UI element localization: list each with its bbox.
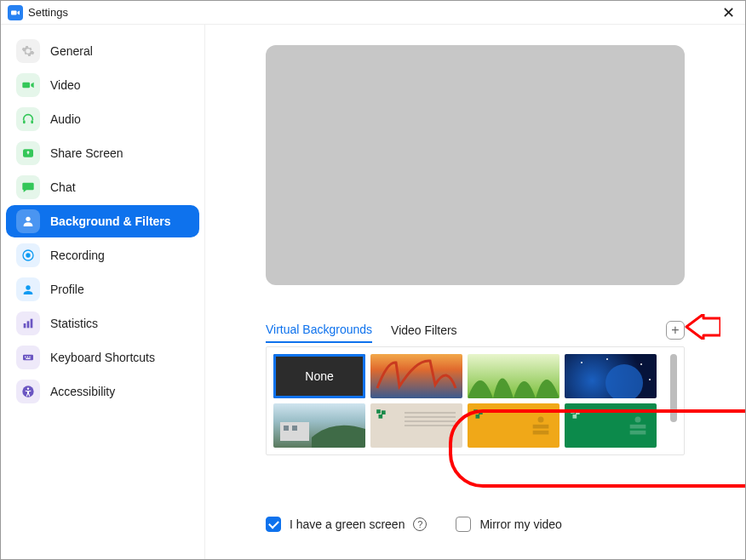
svg-rect-3 <box>31 120 33 123</box>
sidebar-item-profile[interactable]: Profile <box>6 273 199 306</box>
profile-icon <box>16 277 40 301</box>
svg-rect-9 <box>24 323 26 328</box>
svg-rect-34 <box>533 425 549 429</box>
sidebar-item-label: Video <box>50 78 81 92</box>
close-button[interactable]: ✕ <box>718 5 738 20</box>
svg-point-21 <box>606 358 608 360</box>
backgrounds-scrollbar[interactable] <box>670 354 677 448</box>
stats-icon <box>16 311 40 335</box>
gear-icon <box>16 39 40 63</box>
svg-rect-0 <box>11 10 17 14</box>
sidebar-item-label: Profile <box>50 283 84 296</box>
tab-video-filters[interactable]: Video Filters <box>391 318 457 342</box>
sidebar-item-label: Background & Filters <box>50 214 171 228</box>
svg-rect-38 <box>573 414 577 419</box>
add-background-button[interactable]: + <box>666 321 685 340</box>
titlebar: Settings ✕ <box>1 1 745 25</box>
share-screen-icon <box>16 141 40 165</box>
svg-point-23 <box>649 379 651 380</box>
sidebar-item-video[interactable]: Video <box>6 69 199 101</box>
window-title: Settings <box>28 6 68 19</box>
svg-point-39 <box>635 417 641 423</box>
svg-rect-15 <box>29 357 30 357</box>
sidebar-item-label: Chat <box>50 180 76 194</box>
svg-rect-28 <box>382 410 386 414</box>
sidebar-item-label: Keyboard Shortcuts <box>50 351 155 364</box>
sidebar-item-background-filters[interactable]: Background & Filters <box>6 205 199 237</box>
green-screen-checkbox[interactable] <box>266 517 281 532</box>
svg-rect-1 <box>22 83 30 89</box>
sidebar-item-label: Recording <box>50 249 105 262</box>
keyboard-icon <box>16 346 40 369</box>
content-area: Virtual Backgrounds Video Filters + None <box>205 25 745 559</box>
sidebar-item-accessibility[interactable]: Accessibility <box>6 375 199 408</box>
svg-point-22 <box>640 363 642 365</box>
svg-rect-37 <box>576 410 580 414</box>
tabs-row: Virtual Backgrounds Video Filters + <box>266 317 685 343</box>
background-thumb[interactable] <box>468 354 560 398</box>
background-thumb[interactable] <box>565 354 657 398</box>
svg-rect-26 <box>292 426 297 431</box>
svg-rect-35 <box>533 431 549 435</box>
svg-rect-25 <box>284 426 289 431</box>
svg-point-7 <box>26 253 30 257</box>
svg-rect-10 <box>27 321 30 328</box>
background-thumb[interactable] <box>565 403 657 448</box>
background-thumb[interactable] <box>468 403 560 448</box>
sidebar-item-share-screen[interactable]: Share Screen <box>6 137 199 169</box>
none-label: None <box>305 369 333 383</box>
svg-rect-29 <box>379 414 383 419</box>
background-thumb[interactable] <box>370 354 462 398</box>
sidebar-item-recording[interactable]: Recording <box>6 239 199 271</box>
sidebar-item-keyboard-shortcuts[interactable]: Keyboard Shortcuts <box>6 341 199 374</box>
sidebar-item-label: Accessibility <box>50 385 115 398</box>
video-icon <box>16 73 40 97</box>
backgrounds-grid: None <box>266 346 685 455</box>
help-icon[interactable]: ? <box>413 517 427 531</box>
tab-virtual-backgrounds[interactable]: Virtual Backgrounds <box>266 317 372 343</box>
video-preview <box>266 45 685 285</box>
record-icon <box>16 243 40 267</box>
headphones-icon <box>16 107 40 131</box>
chat-icon <box>16 175 40 199</box>
green-screen-label: I have a green screen <box>290 517 405 531</box>
app-logo-icon <box>8 5 23 20</box>
sidebar-item-label: Audio <box>50 112 81 126</box>
svg-point-18 <box>27 387 29 389</box>
svg-rect-11 <box>31 319 33 329</box>
scrollbar-thumb[interactable] <box>670 354 677 422</box>
sidebar-item-audio[interactable]: Audio <box>6 103 199 135</box>
accessibility-icon <box>16 380 40 403</box>
svg-point-33 <box>538 417 544 423</box>
svg-rect-30 <box>473 409 478 414</box>
svg-point-8 <box>26 285 30 289</box>
svg-rect-31 <box>479 410 483 414</box>
sidebar-item-chat[interactable]: Chat <box>6 171 199 203</box>
svg-rect-14 <box>27 357 28 357</box>
sidebar-item-statistics[interactable]: Statistics <box>6 307 199 340</box>
background-thumb[interactable] <box>273 403 365 448</box>
background-thumb-none[interactable]: None <box>273 354 365 398</box>
person-icon <box>16 209 40 233</box>
svg-rect-32 <box>476 414 480 419</box>
svg-rect-27 <box>376 409 381 414</box>
svg-rect-41 <box>630 431 646 435</box>
svg-point-5 <box>26 217 30 221</box>
sidebar-item-general[interactable]: General <box>6 35 199 67</box>
mirror-video-label: Mirror my video <box>479 517 561 531</box>
svg-rect-24 <box>280 422 309 441</box>
sidebar-item-label: Statistics <box>50 317 98 330</box>
svg-rect-16 <box>26 358 30 359</box>
svg-rect-36 <box>571 409 575 414</box>
svg-rect-40 <box>630 425 646 429</box>
svg-point-19 <box>605 364 643 398</box>
svg-rect-2 <box>23 120 26 123</box>
svg-rect-13 <box>25 357 26 357</box>
bottom-options: I have a green screen ? Mirror my video <box>266 517 685 532</box>
sidebar-item-label: General <box>50 44 93 58</box>
background-thumb[interactable] <box>370 403 462 448</box>
mirror-video-checkbox[interactable] <box>456 517 471 532</box>
svg-point-20 <box>581 362 582 363</box>
main-layout: General Video Audio Share Screen Chat <box>1 25 745 559</box>
callout-arrow-icon <box>683 314 720 340</box>
